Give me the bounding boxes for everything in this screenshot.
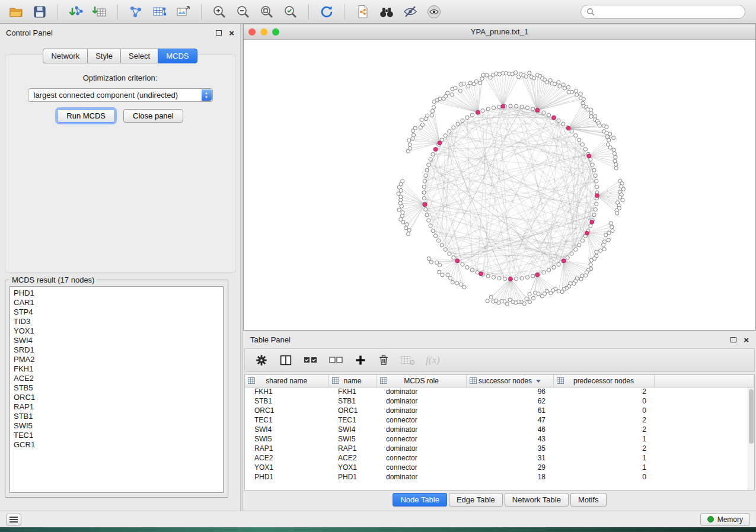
- tab-network-table[interactable]: Network Table: [505, 493, 569, 507]
- cell-predecessor-nodes[interactable]: 1: [553, 463, 654, 472]
- run-mcds-button[interactable]: Run MCDS: [57, 109, 115, 123]
- cell-successor-nodes[interactable]: 61: [466, 406, 553, 415]
- column-header-name[interactable]: name: [328, 375, 377, 387]
- import-network-file-button[interactable]: [66, 2, 86, 21]
- cell-shared-name[interactable]: ACE2: [245, 453, 328, 463]
- cell-successor-nodes[interactable]: 31: [466, 453, 553, 463]
- table-row[interactable]: STB1 STB1 dominator 62 0: [245, 396, 754, 406]
- mcds-result-item[interactable]: PHD1: [14, 289, 219, 298]
- cell-mcds-role[interactable]: dominator: [377, 387, 466, 396]
- table-row[interactable]: SWI5 SWI5 connector 43 1: [245, 434, 754, 444]
- cell-shared-name[interactable]: SWI5: [245, 434, 328, 444]
- cell-name[interactable]: FKH1: [328, 387, 377, 396]
- cell-mcds-role[interactable]: dominator: [377, 396, 466, 406]
- network-graph[interactable]: [244, 40, 755, 330]
- float-table-panel-icon[interactable]: [731, 337, 736, 342]
- cell-name[interactable]: SWI4: [328, 425, 377, 434]
- mcds-result-item[interactable]: SWI4: [14, 336, 219, 345]
- table-row[interactable]: RAP1 RAP1 dominator 35 2: [245, 444, 754, 453]
- export-image-button[interactable]: [173, 2, 193, 21]
- zoom-fit-button[interactable]: [257, 2, 277, 21]
- cell-mcds-role[interactable]: dominator: [377, 472, 466, 482]
- hide-panels-button[interactable]: [400, 2, 420, 21]
- column-header-predecessor-nodes[interactable]: predecessor nodes: [553, 375, 654, 387]
- tab-style[interactable]: Style: [87, 49, 120, 63]
- deselect-all-rows-button[interactable]: [328, 354, 344, 367]
- cell-shared-name[interactable]: ORC1: [245, 406, 328, 415]
- cell-mcds-role[interactable]: connector: [377, 463, 466, 472]
- toolbar-search-field[interactable]: [580, 5, 745, 19]
- add-column-button[interactable]: [354, 354, 367, 367]
- mcds-result-item[interactable]: ORC1: [14, 393, 219, 402]
- column-header-successor-nodes[interactable]: successor nodes: [466, 375, 553, 387]
- cell-name[interactable]: PHD1: [328, 472, 377, 482]
- mcds-result-item[interactable]: SRD1: [14, 345, 219, 355]
- save-session-button[interactable]: [30, 2, 50, 21]
- table-row[interactable]: ACE2 ACE2 connector 31 1: [245, 453, 754, 463]
- close-window-icon[interactable]: [248, 28, 256, 36]
- cell-mcds-role[interactable]: connector: [377, 415, 466, 425]
- new-network-button[interactable]: [126, 2, 146, 21]
- cell-successor-nodes[interactable]: 96: [466, 387, 553, 396]
- table-scrollbar-thumb[interactable]: [749, 389, 754, 444]
- column-header-shared-name[interactable]: shared name: [245, 375, 328, 387]
- table-settings-button[interactable]: [254, 353, 269, 367]
- cell-successor-nodes[interactable]: 18: [466, 472, 553, 482]
- mcds-result-list[interactable]: PHD1 CAR1 STP4 TID3 YOX1 SWI4 SRD1 PMA2 …: [9, 286, 224, 493]
- cell-successor-nodes[interactable]: 62: [466, 396, 553, 406]
- table-row[interactable]: ORC1 ORC1 dominator 61 0: [245, 406, 754, 415]
- cell-shared-name[interactable]: PHD1: [245, 472, 328, 482]
- cell-predecessor-nodes[interactable]: 0: [553, 472, 654, 482]
- cell-name[interactable]: YOX1: [328, 463, 377, 472]
- close-panel-icon[interactable]: ×: [229, 28, 234, 37]
- tab-node-table[interactable]: Node Table: [393, 493, 447, 507]
- delete-column-button[interactable]: [377, 354, 390, 367]
- mcds-result-item[interactable]: PMA2: [14, 355, 219, 364]
- open-session-button[interactable]: [6, 2, 26, 21]
- cell-mcds-role[interactable]: connector: [377, 434, 466, 444]
- cell-shared-name[interactable]: RAP1: [245, 444, 328, 453]
- cell-shared-name[interactable]: TEC1: [245, 415, 328, 425]
- cell-shared-name[interactable]: FKH1: [245, 387, 328, 396]
- network-canvas[interactable]: [244, 40, 755, 330]
- cell-predecessor-nodes[interactable]: 1: [553, 453, 654, 463]
- tab-select[interactable]: Select: [120, 49, 158, 63]
- cell-name[interactable]: TEC1: [328, 415, 377, 425]
- cell-successor-nodes[interactable]: 43: [466, 434, 553, 444]
- cell-predecessor-nodes[interactable]: 0: [553, 406, 654, 415]
- cell-successor-nodes[interactable]: 46: [466, 425, 553, 434]
- table-row[interactable]: FKH1 FKH1 dominator 96 2: [245, 387, 754, 396]
- cell-predecessor-nodes[interactable]: 0: [553, 396, 654, 406]
- zoom-in-button[interactable]: [209, 2, 229, 21]
- mcds-result-item[interactable]: STB1: [14, 412, 219, 421]
- mcds-result-item[interactable]: STB5: [14, 383, 219, 393]
- close-table-panel-icon[interactable]: ×: [744, 335, 749, 344]
- table-row[interactable]: YOX1 YOX1 connector 29 1: [245, 463, 754, 472]
- tab-edge-table[interactable]: Edge Table: [449, 493, 503, 507]
- cell-name[interactable]: ORC1: [328, 406, 377, 415]
- cell-shared-name[interactable]: SWI4: [245, 425, 328, 434]
- cell-predecessor-nodes[interactable]: 2: [553, 425, 654, 434]
- mcds-result-item[interactable]: SWI5: [14, 421, 219, 431]
- select-all-rows-button[interactable]: [303, 354, 318, 367]
- search-input[interactable]: [598, 7, 739, 16]
- network-from-table-button[interactable]: [149, 2, 170, 21]
- table-scrollbar[interactable]: [748, 387, 754, 490]
- mcds-result-item[interactable]: ACE2: [14, 374, 219, 383]
- cell-name[interactable]: RAP1: [328, 444, 377, 453]
- refresh-button[interactable]: [317, 2, 337, 21]
- cell-predecessor-nodes[interactable]: 2: [553, 444, 654, 453]
- show-columns-button[interactable]: [279, 353, 293, 367]
- cell-successor-nodes[interactable]: 35: [466, 444, 553, 453]
- mcds-result-item[interactable]: TEC1: [14, 431, 219, 440]
- cell-predecessor-nodes[interactable]: 2: [553, 415, 654, 425]
- mcds-result-item[interactable]: RAP1: [14, 402, 219, 412]
- mcds-result-item[interactable]: GCR1: [14, 440, 219, 450]
- cell-mcds-role[interactable]: dominator: [377, 425, 466, 434]
- tab-motifs[interactable]: Motifs: [570, 493, 607, 507]
- mcds-result-item[interactable]: FKH1: [14, 364, 219, 374]
- mcds-result-item[interactable]: TID3: [14, 317, 219, 326]
- memory-button[interactable]: Memory: [700, 513, 750, 526]
- cell-successor-nodes[interactable]: 29: [466, 463, 553, 472]
- mcds-result-item[interactable]: YOX1: [14, 326, 219, 336]
